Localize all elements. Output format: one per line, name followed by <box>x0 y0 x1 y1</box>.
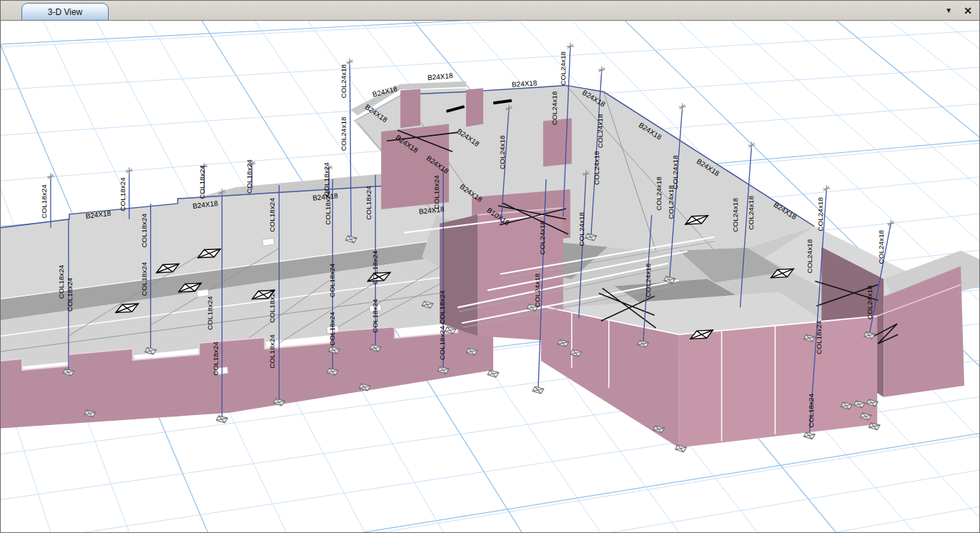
svg-text:COL24x18: COL24x18 <box>655 176 663 211</box>
svg-text:COL18x24: COL18x24 <box>140 214 148 248</box>
svg-text:COL24x18: COL24x18 <box>667 185 675 219</box>
svg-text:COL24x18: COL24x18 <box>747 196 755 230</box>
svg-text:COL24x18: COL24x18 <box>578 212 585 246</box>
svg-text:COL18x24: COL18x24 <box>40 184 48 219</box>
svg-text:COL18x24: COL18x24 <box>371 299 379 333</box>
svg-text:COL18x24: COL18x24 <box>438 326 446 360</box>
svg-text:COL18x24: COL18x24 <box>212 342 219 376</box>
dropdown-arrow-icon[interactable]: ▼ <box>945 6 952 14</box>
svg-text:COL24x18: COL24x18 <box>644 263 652 297</box>
svg-text:COL24x18: COL24x18 <box>816 197 824 231</box>
svg-text:COL18x24: COL18x24 <box>119 177 127 211</box>
svg-text:COL24x18: COL24x18 <box>806 239 813 273</box>
3d-structural-view: B24X18B24X18B24X18B24X18B24X18B24X18B24X… <box>1 21 979 532</box>
tab-3d-view-label: 3-D View <box>48 7 82 17</box>
svg-text:COL24x18: COL24x18 <box>550 91 558 125</box>
close-icon[interactable]: ✕ <box>964 5 972 16</box>
svg-text:COL24x18: COL24x18 <box>877 229 885 264</box>
svg-text:COL18x24: COL18x24 <box>66 277 74 312</box>
svg-text:COL18x24: COL18x24 <box>432 175 440 209</box>
svg-text:COL18x24: COL18x24 <box>328 312 336 346</box>
svg-text:COL18x24: COL18x24 <box>807 393 815 427</box>
svg-text:COL24x18: COL24x18 <box>671 155 679 189</box>
svg-text:COL18x24: COL18x24 <box>140 261 148 296</box>
window-buttons: ▼ ✕ <box>945 1 972 20</box>
svg-text:COL18x24: COL18x24 <box>57 264 65 299</box>
view-tab-bar: 3-D View ▼ ✕ <box>1 1 979 21</box>
3d-model-canvas[interactable]: B24X18B24X18B24X18B24X18B24X18B24X18B24X… <box>1 20 979 532</box>
svg-text:COL18x24: COL18x24 <box>438 290 446 324</box>
svg-text:COL18x24: COL18x24 <box>268 334 276 369</box>
svg-text:COL24x18: COL24x18 <box>340 116 347 151</box>
svg-text:B24X18: B24X18 <box>427 71 454 81</box>
svg-text:COL18x24: COL18x24 <box>198 165 206 199</box>
svg-text:COL24x18: COL24x18 <box>533 273 541 307</box>
svg-text:COL18x24: COL18x24 <box>245 159 253 194</box>
svg-text:COL18x24: COL18x24 <box>268 289 276 323</box>
svg-text:COL24x18: COL24x18 <box>596 114 604 148</box>
tab-3d-view[interactable]: 3-D View <box>21 3 109 21</box>
svg-text:COL18x24: COL18x24 <box>206 296 214 330</box>
svg-text:COL18x24: COL18x24 <box>324 191 332 225</box>
svg-text:COL18x24: COL18x24 <box>328 263 336 297</box>
svg-text:COL24x18: COL24x18 <box>731 198 739 232</box>
svg-text:COL18x24: COL18x24 <box>371 250 379 284</box>
svg-text:COL18x24: COL18x24 <box>815 320 823 354</box>
svg-text:COL24x18: COL24x18 <box>498 135 506 169</box>
svg-text:COL24x18: COL24x18 <box>340 64 347 98</box>
svg-text:COL24x18: COL24x18 <box>866 285 873 319</box>
svg-text:COL24x18: COL24x18 <box>559 51 567 85</box>
svg-text:COL24x18: COL24x18 <box>593 151 600 185</box>
app-window: 3-D View ▼ ✕ <box>0 0 980 533</box>
svg-text:COL24x18: COL24x18 <box>538 220 546 254</box>
svg-text:COL18x24: COL18x24 <box>268 198 276 232</box>
svg-text:COL18x24: COL18x24 <box>365 186 372 220</box>
